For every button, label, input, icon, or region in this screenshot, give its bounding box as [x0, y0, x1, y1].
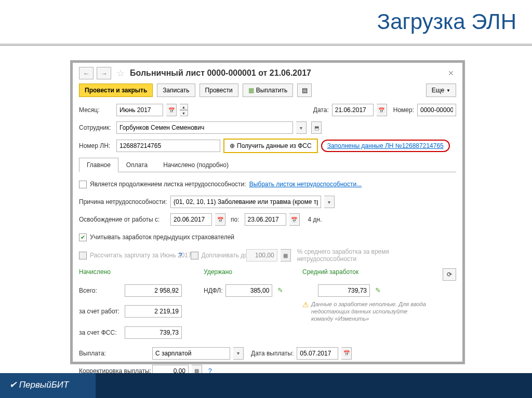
- favorite-star-icon[interactable]: ☆: [116, 67, 125, 79]
- topup-checkbox: [191, 252, 198, 259]
- fss-part-input[interactable]: [125, 326, 182, 339]
- open-ref-icon[interactable]: ⬒: [311, 121, 322, 134]
- month-label: Месяц:: [79, 106, 113, 114]
- avg-earnings-heading: Средний заработок: [302, 268, 358, 281]
- footer-bar: ✔ ПервыйБИТ: [0, 373, 532, 398]
- payout-date-input[interactable]: [297, 347, 338, 360]
- ln-data-filled-link[interactable]: Заполнены данные ЛН №126887214765: [321, 140, 450, 152]
- employee-input[interactable]: [116, 121, 293, 134]
- month-spinner[interactable]: ▲▼: [180, 104, 188, 116]
- fss-part-label: за счет ФСС:: [79, 329, 122, 336]
- calendar-icon[interactable]: 📅: [215, 213, 225, 226]
- avg-hint-label: % среднего заработка за время нетрудоспо…: [297, 248, 406, 263]
- prev-employer-checkbox[interactable]: ✔: [79, 234, 87, 241]
- save-button[interactable]: Записать: [157, 84, 195, 97]
- edit-pencil-icon[interactable]: ✎: [277, 286, 283, 294]
- tabs: Главное Оплата Начислено (подробно): [79, 157, 456, 172]
- nav-back-button[interactable]: ←: [79, 67, 94, 79]
- edit-pencil-icon[interactable]: ✎: [375, 286, 381, 294]
- date-input[interactable]: [332, 104, 374, 116]
- release-to-input[interactable]: [245, 213, 286, 226]
- nav-forward-button[interactable]: →: [97, 67, 111, 79]
- close-icon[interactable]: ✕: [446, 69, 456, 77]
- title-underline: [0, 44, 532, 46]
- post-button[interactable]: Провести: [200, 84, 238, 97]
- number-label: Номер:: [393, 106, 414, 114]
- pay-button[interactable]: ▦Выплатить: [243, 84, 294, 97]
- slide-title: Загрузка ЭЛН: [377, 9, 516, 34]
- calendar-icon[interactable]: 📅: [289, 213, 300, 226]
- continuation-checkbox[interactable]: [79, 181, 87, 188]
- app-window: ← → ☆ Больничный лист 0000-000001 от 21.…: [70, 60, 465, 364]
- dropdown-icon[interactable]: ▾: [233, 347, 244, 360]
- ln-number-label: Номер ЛН:: [79, 142, 113, 149]
- window-title: Больничный лист 0000-000001 от 21.06.201…: [130, 68, 443, 78]
- topup-input: [246, 249, 277, 262]
- calc-salary-checkbox: [79, 252, 87, 259]
- employer-part-input[interactable]: [125, 305, 182, 318]
- payout-date-label: Дата выплаты:: [251, 350, 294, 357]
- dropdown-icon[interactable]: ▾: [296, 121, 307, 134]
- total-input[interactable]: [125, 284, 182, 297]
- release-to-label: по:: [231, 216, 240, 223]
- refresh-button[interactable]: ⟳: [443, 268, 456, 281]
- ndfl-input[interactable]: [225, 284, 272, 297]
- payout-input[interactable]: [152, 347, 230, 360]
- ndfl-label: НДФЛ:: [204, 287, 222, 294]
- calc-salary-label: Рассчитать зарплату за Июнь 2017: [90, 252, 176, 259]
- tab-main[interactable]: Главное: [79, 158, 118, 172]
- topup-label: Доплачивать до: [202, 252, 243, 259]
- accrued-heading: Начислено: [79, 268, 204, 281]
- warning-text: Данные о заработке неполные. Для ввода н…: [311, 300, 431, 323]
- days-label: 4 дн.: [308, 216, 322, 223]
- release-from-label: Освобождение от работы с:: [79, 216, 167, 223]
- tab-payment[interactable]: Оплата: [118, 158, 155, 172]
- tab-accrued[interactable]: Начислено (подробно): [155, 158, 236, 172]
- date-label: Дата:: [313, 106, 329, 114]
- select-sicklist-link[interactable]: Выбрать листок нетрудоспособности...: [249, 181, 362, 188]
- help-icon[interactable]: ?: [179, 252, 182, 259]
- total-label: Всего:: [79, 287, 122, 294]
- reports-button[interactable]: ▤: [297, 84, 312, 97]
- withheld-heading: Удержано: [204, 268, 302, 281]
- continuation-label: Является продолжением листка нетрудоспос…: [90, 181, 246, 188]
- calendar-icon[interactable]: 📅: [166, 104, 177, 116]
- number-input[interactable]: [417, 104, 456, 116]
- reason-label: Причина нетрудоспособности:: [79, 198, 167, 205]
- ln-number-input[interactable]: [116, 140, 220, 152]
- reason-input[interactable]: [170, 196, 321, 208]
- employer-part-label: за счет работ:: [79, 308, 122, 315]
- release-from-input[interactable]: [170, 213, 212, 226]
- warning-icon: ⚠: [302, 300, 309, 323]
- footer-logo: ✔ ПервыйБИТ: [0, 373, 532, 396]
- month-input[interactable]: [116, 104, 163, 116]
- payout-label: Выплата:: [79, 350, 149, 357]
- calendar-icon[interactable]: 📅: [341, 347, 352, 360]
- employee-label: Сотрудник:: [79, 124, 113, 131]
- get-fss-data-button[interactable]: ⊕Получить данные из ФСС: [223, 139, 318, 153]
- calc-icon: ▦: [281, 249, 291, 262]
- dropdown-icon[interactable]: ▾: [324, 196, 335, 208]
- more-button[interactable]: Еще ▼: [426, 84, 456, 97]
- avg-earnings-input[interactable]: [318, 284, 370, 297]
- prev-employer-label: Учитывать заработок предыдущих страховат…: [90, 234, 234, 241]
- calendar-icon[interactable]: 📅: [377, 104, 387, 116]
- post-and-close-button[interactable]: Провести и закрыть: [79, 84, 153, 97]
